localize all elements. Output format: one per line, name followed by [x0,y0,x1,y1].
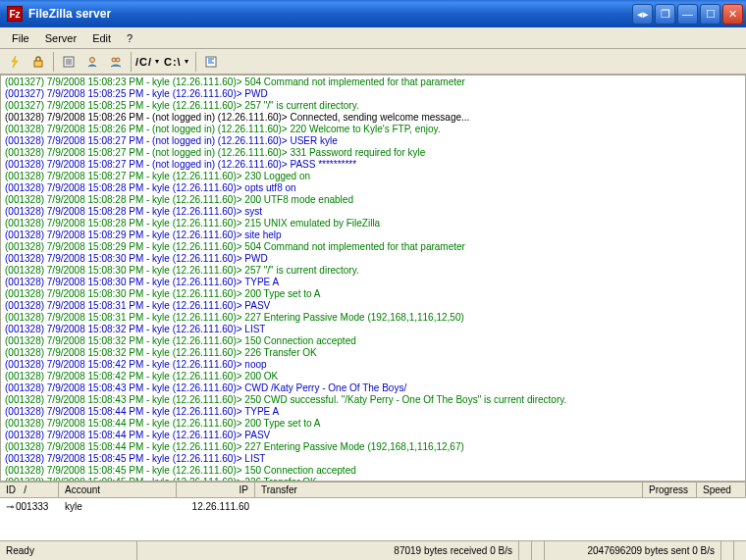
log-line: (001328) 7/9/2008 15:08:27 PM - (not log… [5,147,741,159]
lock-icon[interactable] [27,51,49,73]
mode-c-button[interactable]: /C/▾ [135,51,157,73]
connection-icon: ⊸ [6,501,14,512]
close-button[interactable]: ✕ [722,4,743,25]
sort-icon[interactable] [200,51,222,73]
status-ready: Ready [0,541,137,560]
toolbar: /C/▾ C:\▾ [0,49,746,75]
log-line: (001328) 7/9/2008 15:08:30 PM - kyle (12… [5,253,741,265]
log-line: (001328) 7/9/2008 15:08:43 PM - kyle (12… [5,382,741,394]
connections-pane: ID / Account IP Transfer Progress Speed … [0,482,746,540]
status-received: 87019 bytes received 0 B/s [137,541,519,560]
col-id[interactable]: ID / [0,483,59,497]
log-line: (001328) 7/9/2008 15:08:44 PM - kyle (12… [5,406,741,418]
maximize-button[interactable]: ☐ [700,4,720,25]
groups-icon[interactable] [105,51,127,73]
lightning-icon[interactable] [4,51,26,73]
titlebar[interactable]: Fz FileZilla server ◂▸ ❐ — ☐ ✕ [0,0,746,27]
log-line: (001328) 7/9/2008 15:08:27 PM - (not log… [5,135,741,147]
prev-button[interactable]: ◂▸ [632,4,653,25]
log-line: (001328) 7/9/2008 15:08:45 PM - kyle (12… [5,465,741,477]
recv-indicator-green [519,541,532,560]
log-line: (001328) 7/9/2008 15:08:26 PM - (not log… [5,124,741,135]
log-pane[interactable]: (001327) 7/9/2008 15:08:23 PM - kyle (12… [0,75,746,482]
minimize-button[interactable]: — [677,4,698,25]
col-ip[interactable]: IP [177,483,255,497]
log-line: (001328) 7/9/2008 15:08:44 PM - kyle (12… [5,418,741,430]
col-speed[interactable]: Speed [697,483,746,497]
connections-header: ID / Account IP Transfer Progress Speed [0,483,746,498]
log-line: (001328) 7/9/2008 15:08:29 PM - kyle (12… [5,229,741,241]
log-line: (001328) 7/9/2008 15:08:32 PM - kyle (12… [5,324,741,335]
log-line: (001328) 7/9/2008 15:08:44 PM - kyle (12… [5,430,741,441]
log-line: (001328) 7/9/2008 15:08:30 PM - kyle (12… [5,277,741,288]
col-transfer[interactable]: Transfer [255,483,643,497]
menu-edit[interactable]: Edit [84,30,119,46]
log-line: (001328) 7/9/2008 15:08:32 PM - kyle (12… [5,335,741,347]
log-line: (001328) 7/9/2008 15:08:28 PM - kyle (12… [5,206,741,218]
connections-list[interactable]: ⊸001333kyle12.26.111.60 [0,498,746,515]
sent-indicator-green [721,541,734,560]
log-line: (001328) 7/9/2008 15:08:44 PM - kyle (12… [5,441,741,453]
recv-indicator-red [532,541,545,560]
users-icon[interactable] [81,51,103,73]
log-line: (001328) 7/9/2008 15:08:42 PM - kyle (12… [5,359,741,371]
svg-rect-0 [34,61,42,67]
log-line: (001328) 7/9/2008 15:08:30 PM - kyle (12… [5,288,741,300]
log-line: (001328) 7/9/2008 15:08:45 PM - kyle (12… [5,453,741,465]
menu-server[interactable]: Server [37,30,84,46]
log-line: (001328) 7/9/2008 15:08:43 PM - kyle (12… [5,394,741,406]
log-line: (001328) 7/9/2008 15:08:42 PM - kyle (12… [5,371,741,382]
log-line: (001328) 7/9/2008 15:08:27 PM - kyle (12… [5,171,741,182]
toolbar-separator [131,52,132,72]
app-icon: Fz [7,6,23,22]
log-line: (001327) 7/9/2008 15:08:25 PM - kyle (12… [5,100,741,112]
connection-row[interactable]: ⊸001333kyle12.26.111.60 [0,498,746,515]
col-progress[interactable]: Progress [643,483,697,497]
log-line: (001328) 7/9/2008 15:08:31 PM - kyle (12… [5,300,741,312]
log-line: (001328) 7/9/2008 15:08:30 PM - kyle (12… [5,265,741,277]
log-line: (001328) 7/9/2008 15:08:26 PM - (not log… [5,112,741,124]
window-title: FileZilla server [27,7,632,21]
status-sent: 2047696209 bytes sent 0 B/s [545,541,721,560]
conn-account: kyle [59,500,177,513]
log-line: (001328) 7/9/2008 15:08:28 PM - kyle (12… [5,194,741,206]
log-line: (001328) 7/9/2008 15:08:28 PM - kyle (12… [5,218,741,229]
mode-cdrive-button[interactable]: C:\▾ [159,51,191,73]
log-line: (001328) 7/9/2008 15:08:29 PM - kyle (12… [5,241,741,253]
sent-indicator-red [734,541,746,560]
svg-point-5 [90,57,95,62]
statusbar: Ready 87019 bytes received 0 B/s 2047696… [0,540,746,560]
col-account[interactable]: Account [59,483,177,497]
log-line: (001328) 7/9/2008 15:08:27 PM - (not log… [5,159,741,171]
settings-icon[interactable] [58,51,80,73]
log-line: (001328) 7/9/2008 15:08:31 PM - kyle (12… [5,312,741,324]
log-line: (001327) 7/9/2008 15:08:23 PM - kyle (12… [5,76,741,88]
conn-ip: 12.26.111.60 [177,500,255,513]
menu-help[interactable]: ? [119,30,140,46]
toolbar-separator [195,52,196,72]
log-line: (001328) 7/9/2008 15:08:32 PM - kyle (12… [5,347,741,359]
log-line: (001328) 7/9/2008 15:08:28 PM - kyle (12… [5,182,741,194]
toolbar-separator [53,52,54,72]
svg-point-6 [112,58,116,62]
svg-point-7 [116,58,120,62]
conn-id: ⊸001333 [0,500,59,513]
menu-file[interactable]: File [4,30,37,46]
menubar: File Server Edit ? [0,27,746,49]
log-line: (001327) 7/9/2008 15:08:25 PM - kyle (12… [5,88,741,100]
restore2-button[interactable]: ❐ [655,4,675,25]
